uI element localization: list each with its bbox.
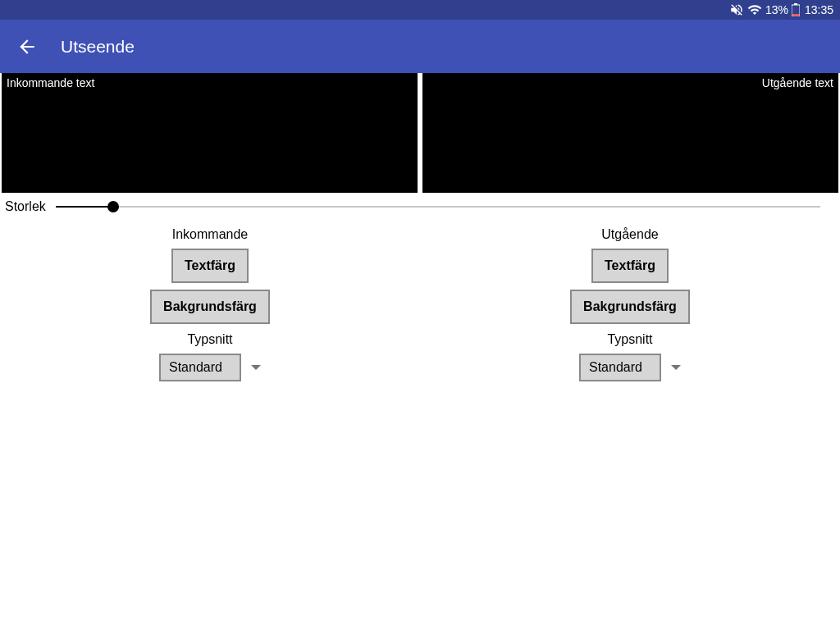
svg-rect-2 [792, 14, 799, 16]
outgoing-font-label: Typsnitt [607, 332, 652, 347]
incoming-preview: Inkommande text [2, 73, 418, 193]
battery-icon [792, 3, 800, 16]
app-bar: Utseende [0, 20, 840, 73]
incoming-preview-label: Inkommande text [7, 76, 94, 89]
outgoing-font-dropdown[interactable]: Standard [579, 354, 661, 381]
preview-row: Inkommande text Utgående text [0, 73, 840, 193]
size-slider-label: Storlek [5, 199, 46, 214]
incoming-heading: Inkommande [172, 227, 249, 242]
wifi-icon [747, 2, 762, 17]
chevron-down-icon[interactable] [671, 365, 681, 370]
outgoing-heading: Utgående [601, 227, 658, 242]
incoming-font-label: Typsnitt [187, 332, 232, 347]
mute-icon [729, 2, 744, 17]
back-button[interactable] [16, 36, 38, 57]
settings-columns: Inkommande Textfärg Bakgrundsfärg Typsni… [0, 227, 840, 381]
battery-percent: 13% [765, 3, 788, 16]
status-bar: 13% 13:35 [0, 0, 840, 20]
incoming-font-dropdown[interactable]: Standard [159, 354, 241, 381]
outgoing-font-dropdown-wrap: Standard [579, 354, 681, 381]
outgoing-bg-color-button[interactable]: Bakgrundsfärg [570, 290, 690, 324]
outgoing-column: Utgående Textfärg Bakgrundsfärg Typsnitt… [420, 227, 840, 381]
incoming-column: Inkommande Textfärg Bakgrundsfärg Typsni… [0, 227, 420, 381]
chevron-down-icon[interactable] [251, 365, 261, 370]
incoming-font-dropdown-wrap: Standard [159, 354, 261, 381]
page-title: Utseende [61, 37, 135, 57]
size-slider-fill [56, 206, 113, 208]
size-slider-row: Storlek [0, 193, 840, 219]
incoming-bg-color-button[interactable]: Bakgrundsfärg [150, 290, 270, 324]
outgoing-text-color-button[interactable]: Textfärg [591, 249, 669, 283]
incoming-text-color-button[interactable]: Textfärg [171, 249, 249, 283]
size-slider-thumb[interactable] [107, 201, 119, 212]
status-clock: 13:35 [805, 3, 833, 16]
outgoing-preview: Utgående text [422, 73, 838, 193]
outgoing-preview-label: Utgående text [762, 76, 833, 89]
size-slider[interactable] [56, 206, 820, 208]
